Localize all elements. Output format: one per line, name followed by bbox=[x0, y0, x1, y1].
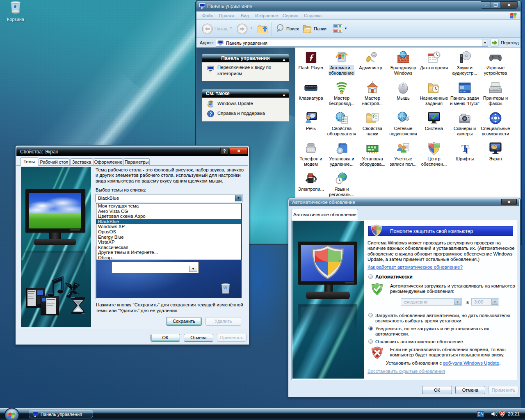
svg-text:?: ? bbox=[209, 112, 212, 116]
svg-text:T: T bbox=[464, 146, 470, 155]
